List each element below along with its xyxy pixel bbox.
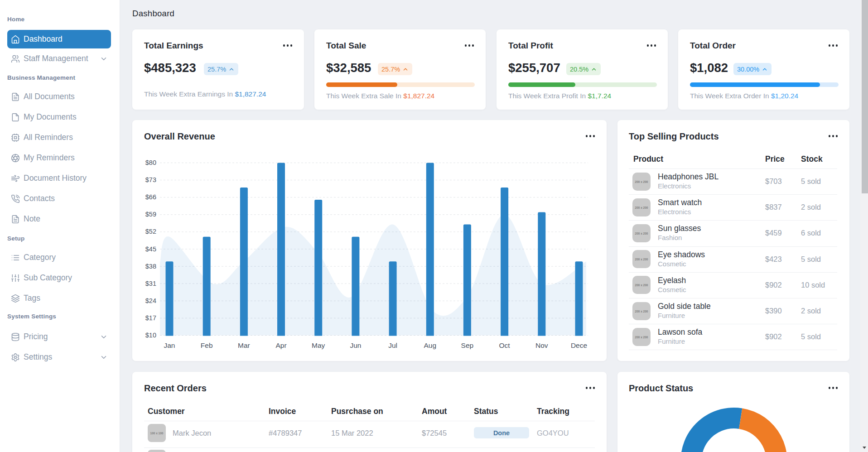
- svg-text:Aug: Aug: [424, 341, 437, 349]
- svg-text:Jun: Jun: [350, 341, 361, 349]
- svg-text:Apr: Apr: [275, 341, 286, 349]
- svg-text:Mar: Mar: [238, 341, 250, 349]
- svg-text:$31: $31: [145, 280, 156, 287]
- svg-text:Feb: Feb: [201, 341, 213, 349]
- svg-text:Nov: Nov: [535, 341, 548, 349]
- svg-text:Dece: Dece: [571, 341, 587, 349]
- svg-text:$59: $59: [145, 211, 156, 218]
- svg-text:Oct: Oct: [499, 341, 511, 349]
- svg-text:Sep: Sep: [461, 341, 474, 349]
- svg-text:$45: $45: [145, 245, 156, 253]
- svg-text:$10: $10: [145, 332, 156, 339]
- svg-text:$38: $38: [145, 263, 156, 270]
- svg-text:$24: $24: [145, 297, 156, 304]
- svg-text:$52: $52: [145, 228, 156, 235]
- svg-text:$66: $66: [145, 193, 156, 201]
- svg-text:$17: $17: [145, 314, 156, 322]
- svg-text:$73: $73: [145, 176, 156, 183]
- svg-text:$80: $80: [145, 159, 156, 166]
- svg-text:Jan: Jan: [164, 341, 175, 349]
- svg-text:May: May: [312, 341, 325, 349]
- svg-text:Jul: Jul: [388, 341, 397, 349]
